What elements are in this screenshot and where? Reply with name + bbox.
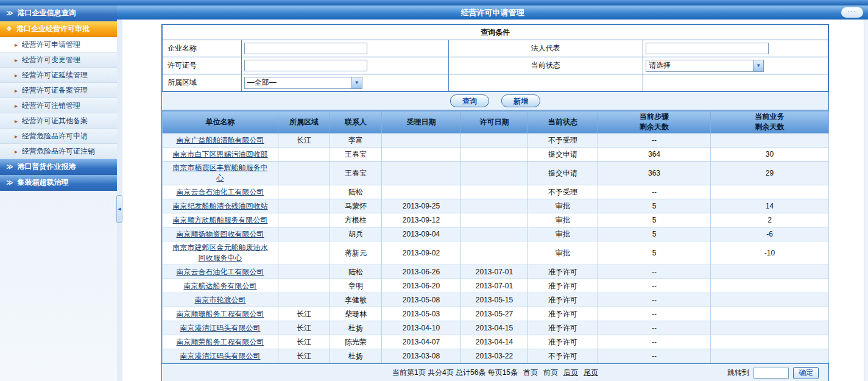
pagination-bar: 当前第1页 共分4页 总计56条 每页15条 首页 前页 后页 尾页 跳转到 确… xyxy=(162,363,828,381)
prev-page-link[interactable]: 前页 xyxy=(543,368,558,378)
company-name-input[interactable] xyxy=(244,43,367,54)
sidebar-subitem-label: 经营许可证备案管理 xyxy=(22,85,88,96)
sidebar-subitem[interactable]: ▸ 经营许可证其他备案 xyxy=(0,113,117,129)
region-cell: 长江 xyxy=(278,321,330,335)
col-header-accept-date: 受理日期 xyxy=(382,111,461,134)
sidebar-subitem[interactable]: ▸ 经营许可申请管理 xyxy=(0,37,117,52)
table-row: 南京市轮渡公司 李健敏 2013-05-08 2013-05-15 准予许可 -… xyxy=(163,293,829,307)
region-cell xyxy=(278,265,330,279)
accept-date-cell: 2013-05-03 xyxy=(382,307,461,321)
last-page-link[interactable]: 尾页 xyxy=(584,368,598,378)
company-link[interactable]: 南京顺方欣船舶服务有限公司 xyxy=(173,216,268,224)
company-link[interactable]: 南京市白下区恩赐污油回收部 xyxy=(173,150,268,158)
right-edge-strip xyxy=(864,20,868,381)
license-date-cell xyxy=(461,134,528,148)
company-link[interactable]: 南京顺珊船务工程有限公司 xyxy=(177,310,264,318)
sidebar-subitem[interactable]: ▸ 经营许可注销管理 xyxy=(0,98,117,113)
region-cell xyxy=(278,185,330,199)
query-form: 查询条件 企业名称 法人代表 许可证号 当前状态 xyxy=(162,24,828,91)
add-button[interactable]: 新增 xyxy=(501,94,540,107)
company-link[interactable]: 南京云合石油化工有限公司 xyxy=(177,188,264,196)
diamond-icon: ❖ xyxy=(6,25,12,33)
arrow-bullet-icon: ▸ xyxy=(15,148,18,155)
step-days-cell: 364 xyxy=(598,148,711,162)
accept-date-cell: 2013-09-25 xyxy=(382,199,461,213)
jump-page-input[interactable] xyxy=(753,368,789,379)
company-link[interactable]: 南京港清江码头有限公司 xyxy=(180,324,261,332)
sidebar-section-label: 港口企业经营许可审批 xyxy=(16,24,90,34)
legal-rep-label: 法人代表 xyxy=(448,40,643,57)
sidebar-item-enterprise-info[interactable]: ≫ 港口企业信息查询 xyxy=(0,5,117,21)
sidebar-subitem[interactable]: ▸ 经营危险品许可申请 xyxy=(0,129,117,144)
step-days-cell: 363 xyxy=(598,162,711,185)
region-cell: 长江 xyxy=(278,307,330,321)
sidebar-subitem-label: 经营许可证延续管理 xyxy=(22,70,88,80)
col-header-biz-days: 当前业务 剩余天数 xyxy=(711,111,829,134)
dropdown-arrow-icon: ▼ xyxy=(753,60,763,71)
table-row: 南京顺珊船务工程有限公司 长江 柴珊林 2013-05-03 2013-05-2… xyxy=(163,307,829,321)
accept-date-cell: 2013-03-08 xyxy=(382,349,461,363)
first-page-link[interactable]: 首页 xyxy=(523,368,538,378)
accept-date-cell: 2013-05-08 xyxy=(382,293,461,307)
step-days-cell: 5 xyxy=(598,241,711,265)
company-link[interactable]: 南京顺扬物资回收有限公司 xyxy=(177,230,264,238)
sidebar-subitem-label: 经营许可注销管理 xyxy=(22,101,80,111)
accept-date-cell: 2013-04-10 xyxy=(382,321,461,335)
biz-days-cell: -10 xyxy=(711,241,829,265)
status-select[interactable]: 请选择 ▼ xyxy=(646,60,764,72)
sidebar-item-container-overload[interactable]: ≫ 集装箱超载治理 xyxy=(0,175,117,191)
status-cell: 不予受理 xyxy=(528,185,598,199)
company-link[interactable]: 南京市建邺区金元船舶废油水回收服务中心 xyxy=(173,243,268,262)
confirm-jump-button[interactable]: 确定 xyxy=(793,367,819,379)
step-days-cell: -- xyxy=(598,134,711,148)
company-link[interactable]: 南京航达船务有限公司 xyxy=(184,282,257,290)
double-arrow-icon: ≫ xyxy=(6,163,13,171)
accept-date-cell xyxy=(382,148,461,162)
company-link[interactable]: 南京广益船舶清舱有限公司 xyxy=(177,136,264,144)
col-header-step-days: 当前步骤 剩余天数 xyxy=(598,111,711,134)
page-title: 经营许可申请管理 ··· xyxy=(117,5,868,20)
sidebar-collapse-handle[interactable]: ◀ xyxy=(116,195,122,223)
sidebar: ≫ 港口企业信息查询 ❖ 港口企业经营许可审批 ▸ 经营许可申请管理 ▸ 经营许… xyxy=(0,5,117,381)
table-row: 南京顺扬物资回收有限公司 胡兵 2013-09-04 审批 5 -6 xyxy=(163,227,829,241)
biz-days-cell: 30 xyxy=(711,148,829,162)
contact-cell: 柴珊林 xyxy=(330,307,382,321)
contact-cell: 方根柱 xyxy=(330,213,382,227)
table-row: 南京云合石油化工有限公司 陆松 不予受理 -- xyxy=(163,185,829,199)
contact-cell: 杜扬 xyxy=(330,349,382,363)
sidebar-collapse-strip: ◀ xyxy=(117,20,122,381)
company-link[interactable]: 南京顺荣船务工程有限公司 xyxy=(177,338,264,346)
company-link[interactable]: 南京市栖霞区丰辉船舶服务中心 xyxy=(173,163,268,182)
company-link[interactable]: 南京市轮渡公司 xyxy=(195,296,246,304)
search-button[interactable]: 查询 xyxy=(450,94,489,107)
license-date-cell: 2013-07-01 xyxy=(461,265,528,279)
next-page-link[interactable]: 后页 xyxy=(563,368,578,378)
sidebar-subitem[interactable]: ▸ 经营危险品许可证注销 xyxy=(0,144,117,159)
status-label: 当前状态 xyxy=(448,57,643,74)
region-cell xyxy=(278,227,330,241)
sidebar-subitem-label: 经营许可证其他备案 xyxy=(22,116,88,126)
company-link[interactable]: 南京云合石油化工有限公司 xyxy=(177,268,264,276)
company-link[interactable]: 南京纪发船舶清仓残油回收站 xyxy=(173,202,268,210)
license-date-cell: 2013-03-22 xyxy=(461,349,528,363)
sidebar-item-cargo-report[interactable]: ≫ 港口普货作业报港 xyxy=(0,159,117,175)
legal-rep-input[interactable] xyxy=(646,43,769,54)
license-no-input[interactable] xyxy=(244,60,367,71)
table-row: 南京港清江码头有限公司 长江 杜扬 2013-03-08 2013-03-22 … xyxy=(163,349,829,363)
sidebar-subitem[interactable]: ▸ 经营许可证延续管理 xyxy=(0,68,117,83)
status-cell: 不予受理 xyxy=(528,134,598,148)
contact-cell: 李富 xyxy=(330,134,382,148)
arrow-bullet-icon: ▸ xyxy=(15,72,18,79)
company-name-label: 企业名称 xyxy=(163,40,242,57)
sidebar-item-license-approval[interactable]: ❖ 港口企业经营许可审批 xyxy=(0,21,117,37)
accept-date-cell xyxy=(382,162,461,185)
region-select[interactable]: —全部— ▼ xyxy=(244,77,362,89)
sidebar-subitem-label: 经营许可变更管理 xyxy=(22,55,80,65)
sidebar-subitem[interactable]: ▸ 经营许可证备案管理 xyxy=(0,83,117,98)
region-cell: 长江 xyxy=(278,349,330,363)
sidebar-subitem[interactable]: ▸ 经营许可变更管理 xyxy=(0,52,117,68)
biz-days-cell xyxy=(711,349,829,363)
table-row: 南京港清江码头有限公司 长江 杜扬 2013-04-10 2013-04-15 … xyxy=(163,321,829,335)
arrow-bullet-icon: ▸ xyxy=(15,87,18,94)
company-link[interactable]: 南京港清江码头有限公司 xyxy=(180,352,261,360)
